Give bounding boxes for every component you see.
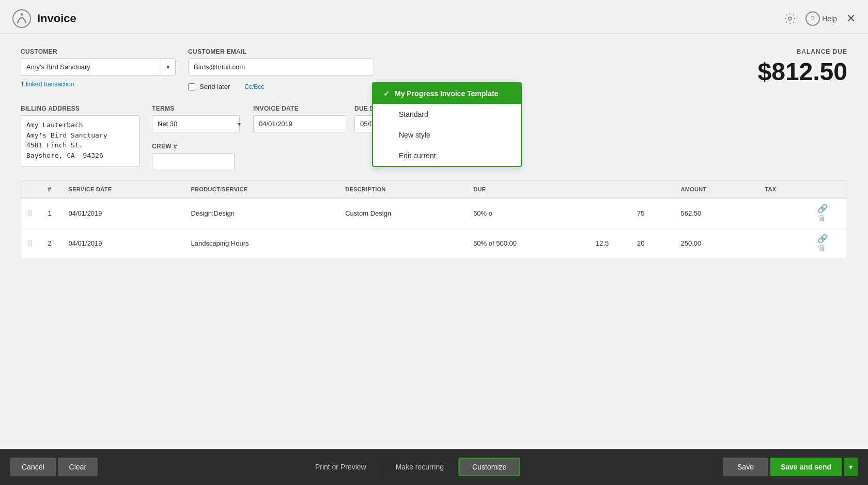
tax-2: [758, 229, 811, 259]
invoice-date-group: Invoice date: [253, 105, 346, 132]
template-option-edit-current[interactable]: Edit current: [373, 145, 521, 166]
drag-handle-cell: ⠿: [21, 198, 42, 229]
crew-group: Crew #: [152, 143, 235, 170]
svg-point-1: [21, 13, 23, 16]
main-content: Customer ▾ 1 linked transaction Customer…: [0, 34, 868, 449]
template-option-my-progress[interactable]: ✓ My Progress Invoice Template: [373, 83, 521, 104]
template-option-label-2: New style: [399, 131, 430, 139]
col-tax: TAX: [758, 181, 811, 199]
terms-label: Terms: [152, 105, 245, 112]
col-rate-label: [631, 181, 674, 199]
service-date-2: 04/01/2019: [63, 229, 185, 259]
footer: Cancel Clear Print or Preview Make recur…: [0, 449, 868, 485]
footer-center: Print or Preview Make recurring Customiz…: [98, 458, 723, 476]
send-later-label: Send later: [199, 83, 230, 90]
save-send-dropdown-button[interactable]: ▾: [844, 458, 858, 476]
template-option-label-3: Edit current: [399, 151, 436, 160]
description-1: Custom Design: [339, 198, 467, 229]
delete-icon-2[interactable]: 🗑: [817, 244, 826, 252]
col-service-date: SERVICE DATE: [63, 181, 185, 199]
print-preview-button[interactable]: Print or Preview: [301, 459, 381, 475]
product-2: Landscaping:Hours: [184, 229, 339, 259]
cc-bcc-link[interactable]: Cc/Bcc: [244, 83, 264, 90]
checkmark-icon: ✓: [383, 89, 390, 98]
save-and-send-button[interactable]: Save and send: [770, 458, 842, 476]
customer-dropdown-button[interactable]: ▾: [161, 58, 176, 75]
amount-1: 562.50: [675, 198, 759, 229]
page-title: Invoice: [37, 12, 76, 25]
drag-handle-icon-2: ⠿: [27, 239, 33, 248]
table-header-row: # SERVICE DATE PRODUCT/SERVICE DESCRIPTI…: [21, 181, 847, 199]
product-1: Design:Design: [184, 198, 339, 229]
billing-group: Billing address Amy Lauterbach Amy's Bir…: [21, 105, 140, 167]
header: Invoice ? Help ✕: [0, 0, 868, 34]
actions-1: 🔗 🗑: [811, 198, 847, 229]
billing-address-input[interactable]: Amy Lauterbach Amy's Bird Sanctuary 4581…: [21, 115, 140, 167]
help-button[interactable]: ? Help: [805, 11, 837, 26]
table-section: # SERVICE DATE PRODUCT/SERVICE DESCRIPTI…: [21, 180, 847, 259]
terms-group: Terms ▾: [152, 105, 245, 132]
email-input[interactable]: [188, 58, 374, 75]
due-2: 50% of 500.00: [467, 229, 590, 259]
cancel-button[interactable]: Cancel: [10, 458, 56, 476]
footer-right: Save Save and send ▾: [723, 458, 858, 476]
table-row: ⠿ 1 04/01/2019 Design:Design Custom Desi…: [21, 198, 847, 229]
customer-group: Customer ▾ 1 linked transaction: [21, 48, 176, 88]
help-icon: ?: [805, 11, 820, 26]
link-icon-1[interactable]: 🔗: [817, 204, 828, 213]
make-recurring-button[interactable]: Make recurring: [381, 459, 459, 475]
customize-button[interactable]: Customize: [459, 458, 520, 476]
balance-due-label: BALANCE DUE: [757, 48, 847, 55]
col-drag: [21, 181, 42, 199]
drag-handle-icon: ⠿: [27, 209, 33, 218]
delete-icon-1[interactable]: 🗑: [817, 214, 826, 222]
crew-label: Crew #: [152, 143, 235, 150]
service-date-1: 04/01/2019: [63, 198, 185, 229]
col-rate: [590, 181, 631, 199]
row-num-2: 2: [42, 229, 63, 259]
col-due: DUE: [467, 181, 590, 199]
due-1: 50% o: [467, 198, 590, 229]
email-group: Customer email Send later Cc/Bcc: [188, 48, 374, 90]
linked-transaction-link[interactable]: 1 linked transaction: [21, 81, 176, 88]
app-logo-icon: [12, 9, 31, 28]
clear-button[interactable]: Clear: [58, 458, 98, 476]
rate-2: 12.5: [590, 229, 631, 259]
app-window: Invoice ? Help ✕ Customer ▾: [0, 0, 868, 485]
terms-input[interactable]: [152, 115, 240, 132]
template-option-new-style[interactable]: New style: [373, 125, 521, 145]
template-option-standard[interactable]: Standard: [373, 104, 521, 125]
amount-2: 250.00: [675, 229, 759, 259]
svg-point-2: [788, 17, 792, 20]
invoice-date-input[interactable]: [253, 115, 346, 132]
rate-val-1: 75: [631, 198, 674, 229]
email-label: Customer email: [188, 48, 374, 55]
template-option-label-1: Standard: [399, 110, 428, 118]
invoice-date-label: Invoice date: [253, 105, 346, 112]
col-description: DESCRIPTION: [339, 181, 467, 199]
header-right: ? Help ✕: [784, 11, 856, 26]
table-row: ⠿ 2 04/01/2019 Landscaping:Hours 50% of …: [21, 229, 847, 259]
header-left: Invoice: [12, 9, 76, 28]
rate-val-2: 20: [631, 229, 674, 259]
link-icon-2[interactable]: 🔗: [817, 234, 828, 243]
customer-input-wrap: ▾: [21, 58, 176, 75]
send-later-row: Send later Cc/Bcc: [188, 83, 374, 90]
template-option-label-0: My Progress Invoice Template: [395, 89, 498, 98]
drag-handle-cell-2: ⠿: [21, 229, 42, 259]
crew-input[interactable]: [152, 153, 235, 170]
footer-left: Cancel Clear: [10, 458, 98, 476]
tax-1: [758, 198, 811, 229]
description-2: [339, 229, 467, 259]
actions-2: 🔗 🗑: [811, 229, 847, 259]
svg-point-0: [13, 10, 30, 27]
template-dropdown: ✓ My Progress Invoice Template Standard …: [372, 82, 522, 167]
balance-amount: $812.50: [757, 57, 847, 86]
settings-button[interactable]: [784, 12, 796, 25]
col-actions: [811, 181, 847, 199]
col-num: #: [42, 181, 63, 199]
send-later-checkbox[interactable]: [188, 83, 195, 90]
save-button[interactable]: Save: [723, 458, 768, 476]
customer-input[interactable]: [21, 58, 161, 75]
close-button[interactable]: ✕: [846, 12, 856, 25]
